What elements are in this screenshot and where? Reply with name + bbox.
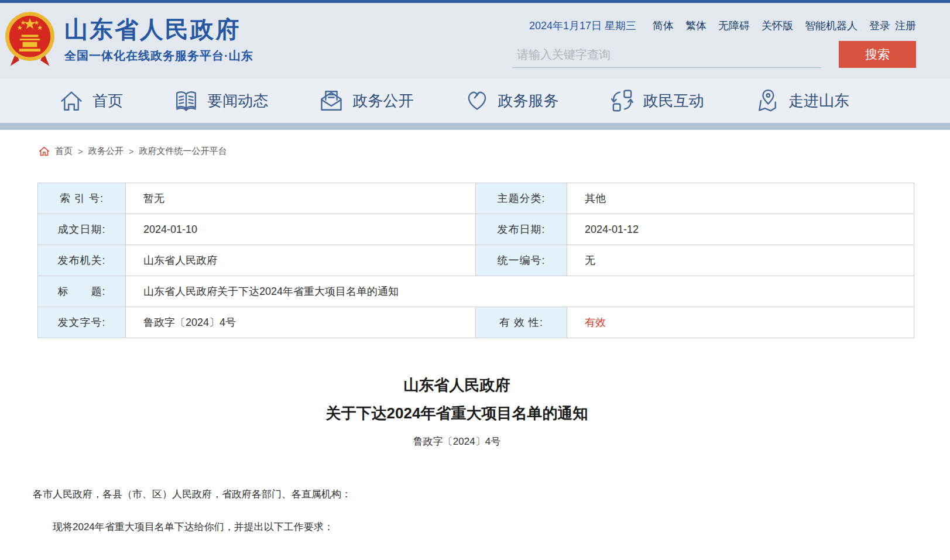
breadcrumb-platform[interactable]: 政府文件统一公开平台 xyxy=(139,146,227,157)
exchange-icon xyxy=(609,88,635,114)
meta-title-value: 山东省人民政府关于下达2024年省重大项目名单的通知 xyxy=(126,276,914,307)
meta-row: 发文字号: 鲁政字〔2024〕4号 有 效 性: 有效 xyxy=(38,307,914,338)
breadcrumb-home[interactable]: 首页 xyxy=(55,146,73,157)
meta-index-value: 暂无 xyxy=(126,183,476,214)
link-simplified-chinese[interactable]: 简体 xyxy=(653,19,674,33)
meta-topic-value: 其他 xyxy=(567,183,914,214)
meta-validity-value: 有效 xyxy=(567,307,914,338)
breadcrumb-separator: > xyxy=(78,146,83,156)
link-accessibility[interactable]: 无障碍 xyxy=(718,19,750,33)
nav-item-label: 政民互动 xyxy=(643,91,704,111)
meta-row: 成文日期: 2024-01-10 发布日期: 2024-01-12 xyxy=(38,214,914,245)
meta-agency-label: 发布机关: xyxy=(38,245,126,276)
brand-text: 山东省人民政府 全国一体化在线政务服务平台·山东 xyxy=(64,15,253,64)
meta-topic-label: 主题分类: xyxy=(476,183,567,214)
heart-icon xyxy=(464,88,490,114)
search-input[interactable] xyxy=(512,44,821,68)
meta-unified-no-label: 统一编号: xyxy=(476,245,567,276)
meta-row: 发布机关: 山东省人民政府 统一编号: 无 xyxy=(38,245,914,276)
nav-item-label: 首页 xyxy=(92,91,123,111)
nav-item-label: 政务服务 xyxy=(498,91,559,111)
document-title-line1: 山东省人民政府 xyxy=(37,371,876,399)
breadcrumb-disclosure[interactable]: 政务公开 xyxy=(88,146,124,157)
site-header: 山东省人民政府 全国一体化在线政务服务平台·山东 2024年1月17日 星期三 … xyxy=(0,3,950,78)
nav-item-shandong[interactable]: 走进山东 xyxy=(754,88,849,114)
top-utility-links: 2024年1月17日 星期三 简体 繁体 无障碍 关怀版 智能机器人 登录 注册 xyxy=(512,19,916,33)
meta-title-label: 标 题: xyxy=(38,276,126,307)
nav-item-disclosure[interactable]: 政务公开 xyxy=(318,88,413,114)
map-pin-icon xyxy=(754,88,780,114)
nav-item-home[interactable]: 首页 xyxy=(59,88,123,114)
nav-divider-band xyxy=(0,123,950,130)
link-smart-robot[interactable]: 智能机器人 xyxy=(805,19,858,33)
header-right: 2024年1月17日 星期三 简体 繁体 无障碍 关怀版 智能机器人 登录 注册… xyxy=(512,19,916,68)
meta-agency-value: 山东省人民政府 xyxy=(126,245,476,276)
link-register[interactable]: 注册 xyxy=(895,19,916,33)
page-content: 首页 > 政务公开 > 政府文件统一公开平台 索 引 号: 暂无 主题分类: 其… xyxy=(0,146,950,560)
meta-index-label: 索 引 号: xyxy=(38,183,126,214)
meta-publish-date-label: 发布日期: xyxy=(476,214,567,245)
main-nav: 首页 要闻动态 政务公开 xyxy=(0,78,950,123)
nav-item-label: 政务公开 xyxy=(352,91,413,111)
home-icon xyxy=(39,146,50,156)
current-date: 2024年1月17日 星期三 xyxy=(529,19,636,33)
home-icon xyxy=(59,88,84,114)
search-bar: 搜索 xyxy=(512,41,916,68)
document-body: 各市人民政府，各县（市、区）人民政府，省政府各部门、各直属机构： 现将2024年… xyxy=(33,487,876,560)
meta-validity-label: 有 效 性: xyxy=(476,307,567,338)
link-login[interactable]: 登录 xyxy=(869,19,890,33)
link-care-mode[interactable]: 关怀版 xyxy=(762,19,793,33)
meta-written-date-value: 2024-01-10 xyxy=(126,214,476,245)
search-button[interactable]: 搜索 xyxy=(839,41,916,68)
meta-doc-no-label: 发文字号: xyxy=(38,307,126,338)
national-emblem-icon xyxy=(5,9,55,69)
meta-row: 索 引 号: 暂无 主题分类: 其他 xyxy=(38,183,914,214)
meta-publish-date-value: 2024-01-12 xyxy=(567,214,914,245)
link-traditional-chinese[interactable]: 繁体 xyxy=(685,19,707,33)
document-salutation: 各市人民政府，各县（市、区）人民政府，省政府各部门、各直属机构： xyxy=(33,487,876,502)
document-number: 鲁政字〔2024〕4号 xyxy=(37,435,876,448)
nav-item-services[interactable]: 政务服务 xyxy=(464,88,559,114)
nav-item-label: 要闻动态 xyxy=(207,91,268,111)
nav-item-news[interactable]: 要闻动态 xyxy=(173,88,268,114)
document-intro: 现将2024年省重大项目名单下达给你们，并提出以下工作要求： xyxy=(33,520,876,535)
document-header: 山东省人民政府 关于下达2024年省重大项目名单的通知 鲁政字〔2024〕4号 xyxy=(37,371,876,448)
document-meta-table: 索 引 号: 暂无 主题分类: 其他 成文日期: 2024-01-10 发布日期… xyxy=(37,183,914,338)
site-brand: 山东省人民政府 全国一体化在线政务服务平台·山东 xyxy=(5,9,253,69)
meta-written-date-label: 成文日期: xyxy=(38,214,126,245)
document-title-line2: 关于下达2024年省重大项目名单的通知 xyxy=(37,399,876,427)
breadcrumb-separator: > xyxy=(129,146,134,156)
news-book-icon xyxy=(173,88,199,114)
nav-item-interaction[interactable]: 政民互动 xyxy=(609,88,704,114)
breadcrumb: 首页 > 政务公开 > 政府文件统一公开平台 xyxy=(39,146,950,157)
nav-item-label: 走进山东 xyxy=(788,91,849,111)
meta-doc-no-value: 鲁政字〔2024〕4号 xyxy=(126,307,476,338)
site-title: 山东省人民政府 xyxy=(64,16,253,43)
site-subtitle: 全国一体化在线政务服务平台·山东 xyxy=(64,48,253,64)
national-emblem-logo xyxy=(5,9,55,69)
meta-row: 标 题: 山东省人民政府关于下达2024年省重大项目名单的通知 xyxy=(38,276,914,307)
meta-unified-no-value: 无 xyxy=(567,245,914,276)
open-letter-icon xyxy=(318,88,344,114)
